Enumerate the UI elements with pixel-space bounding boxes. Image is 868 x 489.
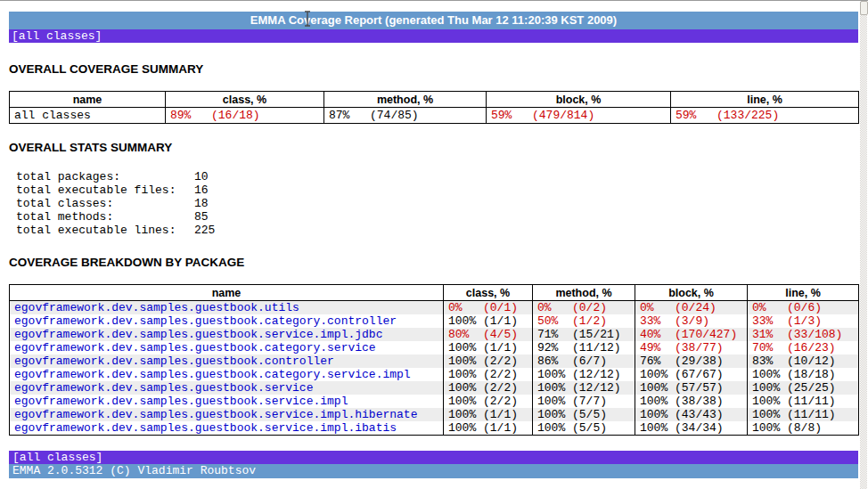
method-fraction: (7/7) [572, 395, 607, 408]
emma-version-credit: EMMA 2.0.5312 (C) Vladimir Roubtsov [12, 464, 256, 477]
line-coverage-cell: 70%(16/23) [748, 341, 859, 355]
method-percent: 50% [537, 314, 572, 328]
method-fraction: (5/5) [572, 421, 607, 435]
class-fraction: (0/1) [483, 301, 518, 314]
block-fraction: (34/34) [675, 421, 724, 435]
method-percent: 100% [537, 421, 572, 435]
line-fraction: (133/225) [717, 109, 779, 122]
line-fraction: (25/25) [787, 381, 836, 395]
overall-stats-table: total packages: 10 total executable file… [16, 170, 215, 237]
method-coverage-cell: 100%(5/5) [533, 421, 635, 436]
line-percent: 70% [752, 341, 787, 355]
package-row: egovframework.dev.samples.guestbook.cate… [10, 314, 859, 328]
summary-col-method: method, % [324, 92, 487, 108]
package-link[interactable]: egovframework.dev.samples.guestbook.serv… [14, 381, 313, 395]
stat-label: total methods: [16, 210, 194, 224]
block-percent: 100% [640, 368, 675, 381]
package-link[interactable]: egovframework.dev.samples.guestbook.cate… [14, 341, 376, 355]
scrollbar-track[interactable] [860, 1, 867, 489]
package-name-cell: egovframework.dev.samples.guestbook.cate… [10, 314, 444, 328]
line-fraction: (1/3) [787, 314, 822, 328]
line-fraction: (11/11) [787, 408, 836, 421]
package-name-cell: egovframework.dev.samples.guestbook.cate… [10, 368, 444, 381]
package-link[interactable]: egovframework.dev.samples.guestbook.cate… [14, 314, 397, 328]
class-percent: 100% [448, 408, 483, 421]
line-percent: 100% [752, 368, 787, 381]
coverage-breakdown-table: name class, % method, % block, % line, %… [9, 284, 859, 436]
stats-row: total packages: 10 [16, 170, 215, 183]
breakdown-col-name: name [10, 285, 444, 301]
block-percent: 33% [640, 314, 675, 328]
method-coverage-cell: 100%(5/5) [533, 408, 635, 421]
package-name-cell: egovframework.dev.samples.guestbook.serv… [10, 328, 444, 341]
window-top-border [0, 0, 868, 1]
summary-block-cell: 59%(479/814) [487, 108, 671, 124]
package-row: egovframework.dev.samples.guestbook.serv… [10, 395, 859, 408]
method-percent: 92% [537, 341, 572, 355]
line-coverage-cell: 100%(18/18) [748, 368, 859, 381]
class-coverage-cell: 100%(1/1) [444, 421, 533, 436]
line-percent: 100% [752, 381, 787, 395]
block-coverage-cell: 100%(57/57) [635, 381, 748, 395]
package-link[interactable]: egovframework.dev.samples.guestbook.serv… [14, 328, 382, 341]
package-link[interactable]: egovframework.dev.samples.guestbook.util… [14, 301, 299, 314]
overall-stats-summary-heading: OVERALL STATS SUMMARY [9, 141, 858, 154]
summary-line-cell: 59%(133/225) [671, 108, 859, 124]
line-coverage-cell: 0%(0/6) [748, 301, 859, 315]
package-link[interactable]: egovframework.dev.samples.guestbook.serv… [14, 408, 417, 421]
line-percent: 100% [752, 408, 787, 421]
method-percent: 86% [537, 355, 572, 368]
package-link[interactable]: egovframework.dev.samples.guestbook.serv… [14, 395, 348, 408]
report-page: EMMA Coverage Report (generated Thu Mar … [9, 12, 858, 478]
block-fraction: (38/38) [675, 395, 724, 408]
stat-value: 10 [194, 170, 215, 183]
line-fraction: (10/12) [787, 355, 836, 368]
breakdown-header-row: name class, % method, % block, % line, % [10, 285, 859, 301]
line-coverage-cell: 31%(33/108) [748, 328, 859, 341]
method-percent: 71% [537, 328, 572, 341]
package-name-cell: egovframework.dev.samples.guestbook.cate… [10, 341, 444, 355]
block-fraction: (3/9) [675, 314, 709, 328]
class-coverage-cell: 100%(2/2) [444, 381, 533, 395]
class-fraction: (1/1) [483, 314, 518, 328]
package-name-cell: egovframework.dev.samples.guestbook.serv… [10, 408, 444, 421]
method-percent: 100% [537, 408, 572, 421]
package-link[interactable]: egovframework.dev.samples.guestbook.serv… [14, 421, 397, 435]
line-coverage-cell: 100%(11/11) [748, 408, 859, 421]
method-fraction: (11/12) [572, 341, 621, 355]
block-percent: 0% [640, 301, 675, 314]
coverage-breakdown-heading: COVERAGE BREAKDOWN BY PACKAGE [9, 256, 858, 269]
class-percent: 100% [448, 355, 483, 368]
summary-col-name: name [10, 92, 166, 108]
overall-coverage-summary-table: name class, % method, % block, % line, %… [9, 91, 859, 124]
block-percent: 49% [640, 341, 675, 355]
line-fraction: (8/8) [787, 421, 822, 435]
line-coverage-cell: 100%(8/8) [748, 421, 859, 436]
package-name-cell: egovframework.dev.samples.guestbook.serv… [10, 395, 444, 408]
scrollbar-up-button[interactable] [860, 1, 868, 15]
block-percent: 100% [640, 381, 675, 395]
block-percent: 100% [640, 395, 675, 408]
block-coverage-cell: 0%(0/24) [635, 301, 748, 315]
class-percent: 100% [448, 421, 483, 435]
method-percent: 0% [537, 301, 572, 314]
class-percent: 80% [448, 328, 483, 341]
class-fraction: (2/2) [483, 368, 518, 381]
stats-row: total executable lines: 225 [16, 224, 215, 237]
all-classes-link[interactable]: [all classes] [12, 29, 102, 43]
package-row: egovframework.dev.samples.guestbook.serv… [10, 408, 859, 421]
package-link[interactable]: egovframework.dev.samples.guestbook.cate… [14, 368, 411, 381]
method-coverage-cell: 71%(15/21) [533, 328, 635, 341]
summary-name-cell: all classes [10, 108, 166, 124]
class-fraction: (16/18) [211, 109, 260, 122]
package-link[interactable]: egovframework.dev.samples.guestbook.cont… [14, 355, 334, 368]
summary-col-line: line, % [671, 92, 859, 108]
class-fraction: (2/2) [483, 381, 518, 395]
class-coverage-cell: 100%(1/1) [444, 314, 533, 328]
stat-label: total packages: [16, 170, 194, 183]
class-coverage-cell: 80%(4/5) [444, 328, 533, 341]
class-coverage-cell: 100%(2/2) [444, 395, 533, 408]
package-row: egovframework.dev.samples.guestbook.cont… [10, 355, 859, 368]
method-fraction: (0/2) [572, 301, 607, 314]
footer-all-classes-link[interactable]: [all classes] [12, 451, 102, 464]
